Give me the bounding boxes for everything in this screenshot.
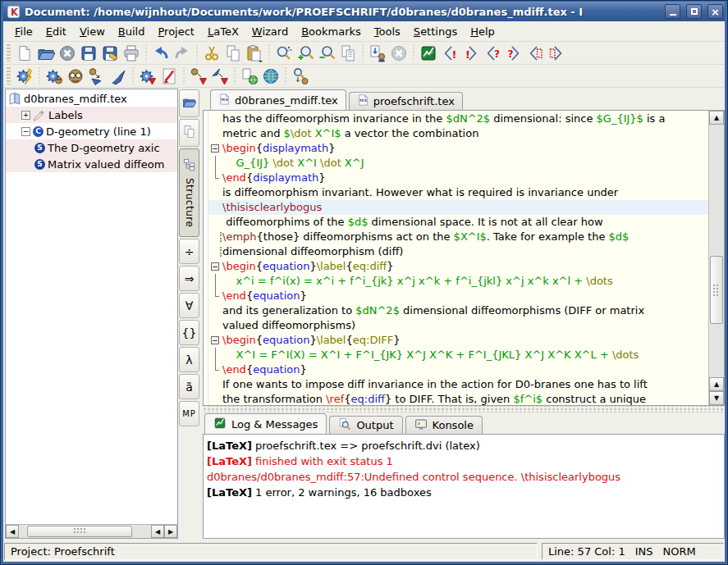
sidebar-tab-logic-symbols[interactable]: ∀	[179, 293, 199, 318]
scrollbar-trough[interactable]	[19, 525, 151, 538]
sidebar-tab-greek-symbols[interactable]: λ	[179, 347, 199, 372]
scrollbar-thumb[interactable]	[27, 526, 132, 537]
scroll-up-button-2[interactable]: ▲	[709, 377, 724, 391]
tree-item-label: Matrix valued diffeom	[48, 158, 164, 171]
tree-horizontal-scrollbar[interactable]: ◀ ◀ ▶	[6, 524, 177, 538]
view-ps-button[interactable]	[108, 66, 129, 87]
panel-splitter[interactable]	[203, 406, 725, 412]
tree-item-d-geometry-line-1[interactable]: −CD-geometry (line 1)	[6, 123, 177, 139]
tree-item-matrix-valued-diffeom[interactable]: SMatrix valued diffeom	[6, 156, 177, 172]
document-tab-d0branes-mdiff-tex[interactable]: TEXd0branes_mdiff.tex	[210, 89, 346, 110]
document-tab-proefschrift-tex[interactable]: TEXproefschrift.tex	[349, 92, 463, 110]
sidebar-tab-delimiter-symbols[interactable]: {}	[179, 320, 199, 345]
redo-button[interactable]	[172, 43, 193, 64]
sidebar-tab-special-characters[interactable]: ã	[179, 374, 199, 399]
paste-button[interactable]	[244, 43, 265, 64]
toolbar-handle[interactable]	[7, 44, 11, 62]
new-document-button[interactable]	[14, 43, 35, 64]
scrollbar-thumb[interactable]	[710, 256, 723, 324]
sidebar-tab-structure[interactable]: Structure	[179, 148, 199, 237]
dvi-to-ps-button[interactable]	[86, 66, 108, 87]
menu-view[interactable]: View	[73, 24, 112, 39]
pdflatex-button[interactable]	[137, 66, 158, 87]
tree-item-the-d-geometry-axic[interactable]: SThe D-geometry axic	[6, 139, 177, 156]
scrollbar-trough[interactable]	[709, 125, 724, 377]
save-button[interactable]	[78, 43, 99, 64]
find-button[interactable]	[273, 43, 295, 64]
sidebar-tab-project-files[interactable]	[179, 119, 199, 147]
menu-bookmarks[interactable]: Bookmarks	[295, 24, 368, 39]
next-warning-button[interactable]: ?	[503, 43, 524, 64]
save-as-button[interactable]	[99, 43, 121, 64]
statusbar-insert-mode: INS	[635, 545, 653, 558]
tree-item-d0branes-mdiff-tex[interactable]: d0branes_mdiff.tex	[6, 90, 177, 107]
menu-wizard[interactable]: Wizard	[245, 24, 295, 39]
print-button[interactable]	[121, 43, 142, 64]
close-button[interactable]: ×	[707, 4, 723, 19]
editor-line: valued diffeomorphisms)	[208, 318, 708, 333]
zoom-in-button[interactable]	[295, 43, 316, 64]
close-document-button[interactable]	[57, 43, 78, 64]
tree-item-labels[interactable]: +Labels	[6, 107, 177, 123]
sidebar-tab-math-symbols[interactable]: ÷	[179, 239, 199, 264]
editor-line-text: and its generalization to $dN^2$ dimensi…	[222, 303, 644, 318]
minimize-button[interactable]	[665, 4, 680, 19]
menu-latex[interactable]: LaTeX	[201, 24, 245, 39]
previous-badbox-button[interactable]	[524, 43, 546, 64]
editor-lines[interactable]: has the diffeomorphism invariance in the…	[208, 111, 708, 405]
bottom-tab-output[interactable]: Output	[329, 416, 402, 434]
menu-edit[interactable]: Edit	[39, 24, 73, 39]
menu-tools[interactable]: Tools	[368, 24, 407, 39]
view-html-button[interactable]	[260, 66, 282, 87]
cut-button[interactable]	[201, 43, 222, 64]
editor-vertical-scrollbar[interactable]: ▲ ▲ ▼	[708, 111, 724, 405]
toolbar-handle[interactable]	[7, 67, 11, 84]
menu-settings[interactable]: Settings	[407, 24, 464, 39]
tree-expander-expanded[interactable]: −	[21, 127, 30, 136]
main-toolbar: !!??	[3, 42, 725, 65]
menu-help[interactable]: Help	[464, 24, 501, 39]
scroll-down-button[interactable]: ▼	[709, 391, 724, 405]
undo-button[interactable]	[150, 43, 172, 64]
view-dvi-button[interactable]	[65, 66, 86, 87]
open-document-button[interactable]	[35, 43, 57, 64]
duplicate-document-button[interactable]	[337, 43, 359, 64]
bottom-tab-log-messages[interactable]: Log & Messages	[204, 413, 327, 434]
sidebar-tab-open-documents[interactable]	[179, 89, 199, 117]
scroll-up-button[interactable]: ▲	[709, 111, 724, 125]
previous-warning-button[interactable]: ?	[482, 43, 503, 64]
zoom-out-button[interactable]	[316, 43, 337, 64]
quickbuild-button[interactable]	[14, 66, 35, 87]
watch-file-mode-button[interactable]	[367, 43, 388, 64]
stop-button[interactable]	[388, 43, 410, 64]
copy-button[interactable]	[222, 43, 244, 64]
scroll-left-button-2[interactable]: ◀	[151, 525, 164, 538]
next-badbox-button[interactable]	[546, 43, 567, 64]
view-log-button[interactable]	[418, 43, 439, 64]
latex-button[interactable]	[43, 66, 65, 87]
dvi-to-pdf-button[interactable]	[188, 66, 209, 87]
maximize-button[interactable]	[686, 4, 702, 19]
forward-search-button[interactable]	[290, 66, 311, 87]
ps-to-pdf-button[interactable]	[209, 66, 231, 87]
next-error-button[interactable]: !	[460, 43, 482, 64]
structure-tree[interactable]: d0branes_mdiff.tex+Labels−CD-geometry (l…	[6, 89, 177, 524]
sidebar-tab-arrow-symbols[interactable]: ⇒	[179, 266, 199, 291]
text-editor[interactable]: has the diffeomorphism invariance in the…	[203, 110, 725, 406]
menu-project[interactable]: Project	[151, 24, 201, 39]
scroll-left-button[interactable]: ◀	[6, 525, 19, 538]
previous-error-button[interactable]: !	[439, 43, 460, 64]
view-pdf-button[interactable]	[158, 66, 180, 87]
editor-line-text: \begin{equation}\label{eq:diff}	[222, 259, 394, 274]
toolbar-separator	[359, 44, 367, 62]
scroll-right-button[interactable]: ▶	[164, 525, 177, 538]
bottom-tab-konsole[interactable]: Konsole	[405, 416, 483, 434]
fold-marker[interactable]: −	[208, 259, 222, 274]
latex-to-html-button[interactable]	[239, 66, 260, 87]
menu-file[interactable]: File	[8, 24, 39, 39]
fold-marker[interactable]: −	[208, 141, 222, 156]
sidebar-tab-metapost[interactable]: MP	[179, 401, 199, 426]
fold-marker[interactable]: −	[208, 333, 222, 348]
tree-expander-collapsed[interactable]: +	[21, 111, 30, 120]
menu-build[interactable]: Build	[112, 24, 152, 39]
